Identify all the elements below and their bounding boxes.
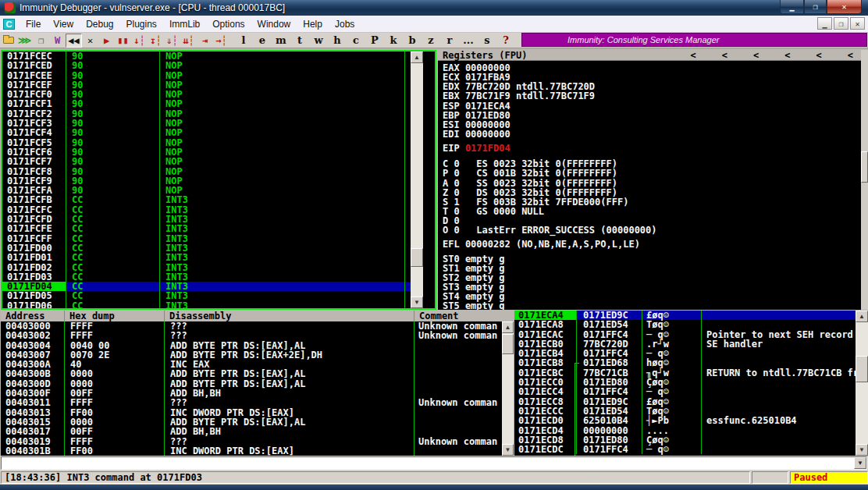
dump-col-hexdump[interactable]: Hex dump — [65, 311, 165, 321]
run-icon[interactable]: ▶ — [98, 34, 115, 48]
flag-line[interactable]: P 0 CS 001B 32bit 0(FFFFFFFF) — [438, 169, 861, 178]
disasm-row[interactable]: 0171FD04CCINT3 — [2, 282, 411, 291]
animate-over-icon[interactable]: ⇊┆ — [180, 34, 197, 48]
toolbar-letter-l[interactable]: l — [234, 34, 253, 46]
menu-item-immlib[interactable]: ImmLib — [163, 16, 206, 32]
menu-item-jobs[interactable]: Jobs — [329, 16, 361, 32]
stack-row[interactable]: 0171ECA40171ED9C£øq☺ — [514, 311, 856, 320]
disasm-row[interactable]: 0171FD06CCINT3 — [2, 301, 411, 308]
scroll-down-icon[interactable]: ▼ — [856, 444, 868, 456]
toolbar-letter-dots[interactable]: ? — [496, 34, 515, 46]
menu-item-window[interactable]: Window — [251, 16, 297, 32]
scroll-up-icon[interactable]: ▲ — [502, 321, 514, 333]
toolbar-letter-k[interactable]: k — [384, 34, 403, 46]
disasm-row[interactable]: 0171FD02CCINT3 — [2, 263, 411, 272]
run-script-icon[interactable]: W — [49, 34, 66, 48]
scrollbar-thumb[interactable] — [502, 334, 514, 354]
menu-item-view[interactable]: View — [47, 16, 80, 32]
toolbar-letter-w[interactable]: w — [309, 34, 328, 46]
toolbar-letter-t[interactable]: t — [290, 34, 309, 46]
disasm-row[interactable]: 0171FCFBCCINT3 — [2, 195, 411, 204]
stack-row[interactable]: 0171ECD400000000.... — [514, 426, 856, 435]
registers-header[interactable]: Registers (FPU) <<<<<< — [438, 50, 861, 61]
disasm-row[interactable]: 0171FCFA90NOP — [2, 186, 411, 195]
toolbar-letter-P[interactable]: P — [365, 34, 384, 46]
disasm-row[interactable]: 0171FCF490NOP — [2, 128, 411, 137]
disasm-row[interactable]: 0171FCF390NOP — [2, 119, 411, 128]
mdi-restore-button[interactable]: ❐ — [834, 17, 848, 30]
scrollbar-thumb[interactable] — [411, 248, 423, 267]
dump-row[interactable]: 0040301700FFADD BH,BH — [1, 427, 514, 436]
stack-row[interactable]: 0171ECB077BC720D.r┘wSE handler — [514, 339, 856, 349]
mdi-close-button[interactable]: ✕ — [850, 17, 865, 30]
stack-row[interactable]: 0171ECA80171ED54Tøq☺ — [514, 320, 856, 329]
toolbar-letter-b[interactable]: b — [403, 34, 422, 46]
register-eip-line[interactable]: EIP 0171FD04 — [438, 144, 861, 153]
stack-row[interactable]: 0171ECBC77BC71CB╖q┘wRETURN to ntdll.77BC… — [514, 368, 856, 378]
fpu-line[interactable]: ST1 empty g — [438, 264, 861, 273]
disasm-row[interactable]: 0171FD00CCINT3 — [2, 243, 411, 253]
stack-scrollbar[interactable]: ▲ ▼ — [856, 311, 868, 456]
menu-item-file[interactable]: File — [20, 16, 47, 32]
scrollbar-thumb[interactable] — [856, 356, 868, 382]
disasm-row[interactable]: 0171FCFFCCINT3 — [2, 234, 411, 243]
dump-row[interactable]: 0040301BFF00INC DWORD PTR DS:[EAX] — [1, 446, 514, 456]
close-button[interactable]: ✕ — [827, 0, 862, 14]
title-bar[interactable]: Immunity Debugger - vulnserver.exe - [CP… — [0, 0, 868, 16]
step-over-icon[interactable]: ↧┆ — [148, 34, 164, 48]
stack-row[interactable]: 0171ECD0625010B4┤►Pbessfunc.625010B4 — [514, 416, 856, 425]
animate-into-icon[interactable]: ⇓┆ — [164, 34, 180, 48]
pane-collapse-icon[interactable]: < — [722, 50, 727, 60]
dump-row[interactable]: 00403019FFFF???Unknown comman — [1, 437, 514, 446]
disasm-row[interactable]: 0171FCEE90NOP — [2, 71, 411, 80]
disasm-row[interactable]: 0171FD01CCINT3 — [2, 253, 411, 262]
disasm-row[interactable]: 0171FCEF90NOP — [2, 80, 411, 90]
restart-icon[interactable]: ◀◀ — [66, 34, 82, 48]
step-into-icon[interactable]: ↓┆ — [131, 34, 148, 48]
mdi-minimize-button[interactable]: ▁ — [817, 17, 832, 30]
scrollbar-thumb[interactable] — [861, 151, 868, 183]
dump-row[interactable]: 0040300B0000ADD BYTE PTR DS:[EAX],AL — [1, 369, 514, 378]
stack-row[interactable]: 0171ECDC0171FFC4─ q☺ — [514, 445, 856, 454]
flag-line[interactable]: T 0 GS 0000 NULL — [438, 207, 861, 216]
stack-row[interactable]: 0171ECC40171FFC4─ q☺ — [514, 387, 856, 396]
pause-icon[interactable]: ▮▮ — [115, 34, 131, 48]
stack-row[interactable]: 0171ECAC0171FFC4─ q☺Pointer to next SEH … — [514, 330, 856, 339]
pane-collapse-icon[interactable]: < — [816, 50, 822, 60]
command-input[interactable] — [2, 457, 854, 469]
scroll-up-icon[interactable]: ▲ — [411, 51, 423, 63]
open-file-icon[interactable] — [0, 34, 16, 48]
stack-row[interactable]: 0171ECD80171ED80Çøq☺ — [514, 435, 856, 445]
disasm-row[interactable]: 0171FCED90NOP — [2, 61, 411, 70]
fpu-line[interactable]: ST5 empty g — [438, 301, 861, 310]
disassembly-scrollbar[interactable]: ▲ ▼ — [411, 51, 423, 308]
disasm-row[interactable]: 0171FCFECCINT3 — [2, 224, 411, 233]
register-line[interactable]: ESP 0171ECA4 — [438, 101, 861, 111]
pane-collapse-icon[interactable]: < — [848, 50, 853, 60]
disasm-row[interactable]: 0171FCF090NOP — [2, 90, 411, 99]
windows-icon[interactable]: ❐ — [33, 34, 49, 48]
pane-collapse-icon[interactable]: < — [753, 50, 759, 60]
toolbar-letter-h[interactable]: h — [328, 34, 347, 46]
dump-scrollbar[interactable]: ▲ ▼ — [502, 321, 514, 456]
scroll-up-icon[interactable]: ▲ — [856, 311, 868, 322]
toolbar-letter-z[interactable]: z — [422, 34, 440, 46]
scroll-down-icon[interactable]: ▼ — [502, 444, 514, 456]
stack-row[interactable]: 0171ECC80171ED9C£øq☺ — [514, 397, 856, 407]
until-user-icon[interactable]: →┆ — [213, 34, 229, 48]
maximize-button[interactable]: ❐ — [804, 0, 827, 14]
menu-item-plugins[interactable]: Plugins — [120, 16, 163, 32]
scroll-down-icon[interactable]: ▼ — [411, 296, 423, 308]
fpu-line[interactable]: ST0 empty g — [438, 254, 861, 264]
toolbar-letter-s[interactable]: s — [478, 34, 496, 46]
toolbar-letter-e[interactable]: e — [253, 34, 272, 46]
mdi-document-icon[interactable]: C — [3, 19, 15, 30]
toolbar-letter-r[interactable]: r — [440, 34, 459, 46]
toolbar-letter-c[interactable]: c — [347, 34, 365, 46]
attach-icon[interactable]: ⋙ — [16, 34, 33, 48]
dump-col-disassembly[interactable]: Disassembly — [165, 311, 414, 321]
minimize-button[interactable]: ▁ — [780, 0, 804, 14]
disasm-row[interactable]: 0171FCF290NOP — [2, 109, 411, 119]
toolbar-letter-dotsdotsdots[interactable]: ... — [459, 34, 478, 46]
until-return-icon[interactable]: ⇥ — [197, 34, 213, 48]
